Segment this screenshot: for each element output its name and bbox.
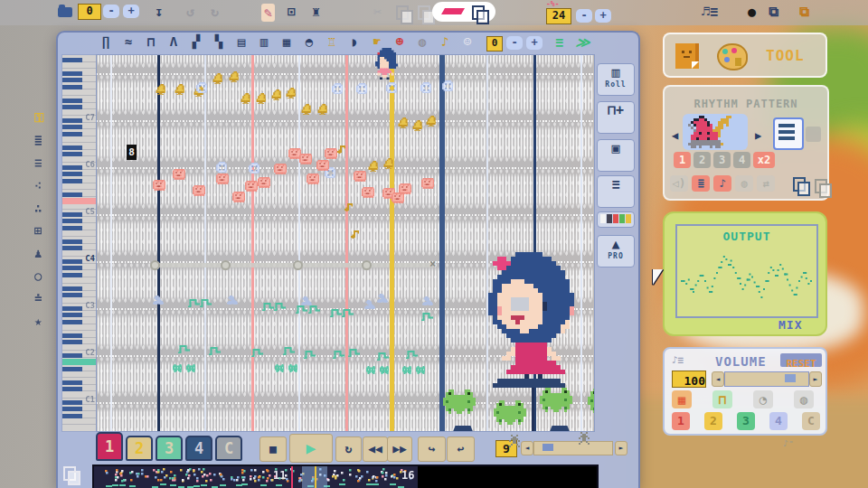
connector-knob[interactable] bbox=[362, 260, 372, 270]
dancer-sprite[interactable] bbox=[509, 435, 520, 447]
note-bell[interactable] bbox=[240, 93, 250, 104]
black-key[interactable] bbox=[62, 320, 82, 324]
black-key[interactable] bbox=[62, 380, 82, 385]
note-squarewave[interactable] bbox=[342, 309, 354, 317]
note-squarewave[interactable] bbox=[209, 347, 221, 355]
piano-roll[interactable]: ×8 bbox=[96, 54, 595, 432]
note-pink[interactable] bbox=[193, 185, 205, 196]
rewind-button[interactable]: ◀◀ bbox=[363, 436, 388, 462]
rhythm-pattern-button-4[interactable]: 4 bbox=[733, 152, 750, 168]
swap-mode-icon[interactable]: ⇄ bbox=[757, 175, 775, 192]
truck-icon[interactable]: ⊞ bbox=[34, 223, 42, 238]
black-key[interactable] bbox=[62, 266, 82, 270]
inst-piano[interactable]: ▤ bbox=[231, 34, 251, 52]
reset-button[interactable]: RESET bbox=[780, 353, 822, 367]
color-bars-icon[interactable] bbox=[597, 211, 635, 228]
note-paw[interactable] bbox=[153, 296, 164, 305]
note-bell[interactable] bbox=[228, 71, 239, 82]
note-paw[interactable] bbox=[301, 296, 312, 305]
black-key[interactable] bbox=[62, 85, 82, 89]
black-key[interactable] bbox=[62, 99, 82, 103]
redo-icon[interactable]: ↻ bbox=[211, 4, 219, 20]
rhythm-pattern-button-2[interactable]: 2 bbox=[693, 152, 711, 168]
note-paw[interactable] bbox=[377, 294, 388, 303]
wave-edit-icon[interactable]: ⊓+ bbox=[597, 101, 635, 134]
black-key[interactable] bbox=[62, 132, 82, 136]
note-paw[interactable] bbox=[227, 296, 238, 305]
octave-minus[interactable]: - bbox=[506, 36, 523, 50]
note-bell[interactable] bbox=[155, 84, 165, 95]
pattern-tab-3[interactable]: 3 bbox=[156, 436, 183, 461]
duck-icon[interactable]: ◔ bbox=[753, 390, 773, 408]
note-squarewave[interactable] bbox=[421, 313, 433, 321]
inst-horn[interactable]: ♪ bbox=[435, 34, 455, 52]
black-key[interactable] bbox=[62, 226, 82, 230]
bomb-icon[interactable]: ● bbox=[748, 4, 756, 20]
note-bell[interactable] bbox=[397, 117, 408, 128]
inst-shaker[interactable]: ◓ bbox=[299, 34, 319, 52]
note-circle[interactable] bbox=[356, 83, 367, 94]
note-circle[interactable] bbox=[249, 163, 259, 174]
note-circle[interactable] bbox=[442, 80, 453, 91]
loop-button[interactable]: ↻ bbox=[335, 436, 362, 462]
machine-icon[interactable]: ▣ bbox=[597, 139, 635, 172]
note-squarewave[interactable] bbox=[377, 352, 389, 361]
black-key[interactable] bbox=[62, 246, 82, 250]
highlighted-key-teal[interactable] bbox=[62, 359, 97, 365]
black-key[interactable] bbox=[62, 165, 82, 170]
black-key[interactable] bbox=[62, 400, 82, 405]
volume-slider-handle[interactable] bbox=[785, 374, 796, 382]
rhythm-pattern-button-x2[interactable]: x2 bbox=[753, 152, 775, 168]
note-bell[interactable] bbox=[316, 104, 327, 115]
black-key[interactable] bbox=[62, 313, 82, 317]
ball-icon[interactable]: ◍ bbox=[794, 390, 814, 408]
green-flag-icon[interactable]: ≫ bbox=[574, 34, 594, 51]
note-pink[interactable] bbox=[399, 183, 411, 194]
note-pink[interactable] bbox=[354, 171, 366, 182]
note-squarewave[interactable] bbox=[251, 349, 263, 357]
mix-label[interactable]: MIX bbox=[778, 318, 802, 332]
note-pink[interactable] bbox=[173, 169, 185, 180]
note-paw[interactable] bbox=[422, 296, 433, 305]
note-window-icon[interactable]: ⊡ bbox=[288, 4, 296, 20]
minimap-copy-icon[interactable] bbox=[63, 466, 76, 484]
black-key[interactable] bbox=[62, 333, 82, 338]
black-key[interactable] bbox=[62, 367, 82, 371]
note-pink[interactable] bbox=[153, 180, 165, 191]
save-icon[interactable]: ↧ bbox=[155, 4, 163, 20]
note-circle[interactable] bbox=[332, 83, 343, 94]
octave-plus[interactable]: + bbox=[526, 36, 542, 50]
frog-sprite[interactable] bbox=[540, 388, 572, 412]
note-gold[interactable] bbox=[337, 145, 345, 154]
mini-girl-sprite[interactable] bbox=[375, 48, 398, 80]
rhythm-pattern-button-3[interactable]: 3 bbox=[713, 152, 731, 168]
inst-rabbit[interactable]: ☺ bbox=[458, 34, 477, 52]
note-pink[interactable] bbox=[316, 160, 329, 171]
frog-sprite[interactable] bbox=[588, 389, 595, 413]
note-squarewave[interactable] bbox=[200, 299, 212, 307]
note-pink[interactable] bbox=[258, 177, 270, 188]
inst-voice[interactable]: ◗ bbox=[344, 34, 364, 52]
copy-icon[interactable] bbox=[396, 5, 409, 20]
volume-slider-right[interactable]: ► bbox=[809, 371, 822, 387]
connector-knob[interactable] bbox=[221, 260, 231, 270]
dancer-sprite[interactable] bbox=[579, 432, 590, 445]
black-key[interactable] bbox=[62, 259, 82, 264]
girl-character-sprite[interactable] bbox=[488, 252, 579, 388]
note-squarewave[interactable] bbox=[333, 351, 344, 359]
inst-keys[interactable]: ▥ bbox=[254, 34, 274, 52]
roll-view-icon[interactable]: ▥Roll bbox=[597, 63, 635, 96]
black-key[interactable] bbox=[62, 286, 82, 291]
tempo-field[interactable]: 24 bbox=[546, 8, 571, 24]
note-squarewave[interactable] bbox=[304, 351, 316, 359]
black-key[interactable] bbox=[62, 212, 82, 217]
note-bell[interactable] bbox=[300, 104, 311, 115]
lock-icon[interactable]: ⚿ bbox=[34, 110, 44, 126]
black-key[interactable] bbox=[62, 414, 82, 418]
note-squarewave[interactable] bbox=[308, 305, 320, 314]
note-hamster[interactable] bbox=[275, 364, 284, 372]
pattern-tab-C[interactable]: C bbox=[215, 436, 242, 461]
drum-machine-icon[interactable]: ▦ bbox=[672, 390, 692, 408]
note-bell[interactable] bbox=[367, 161, 378, 172]
track-button-C[interactable]: C bbox=[802, 412, 820, 430]
